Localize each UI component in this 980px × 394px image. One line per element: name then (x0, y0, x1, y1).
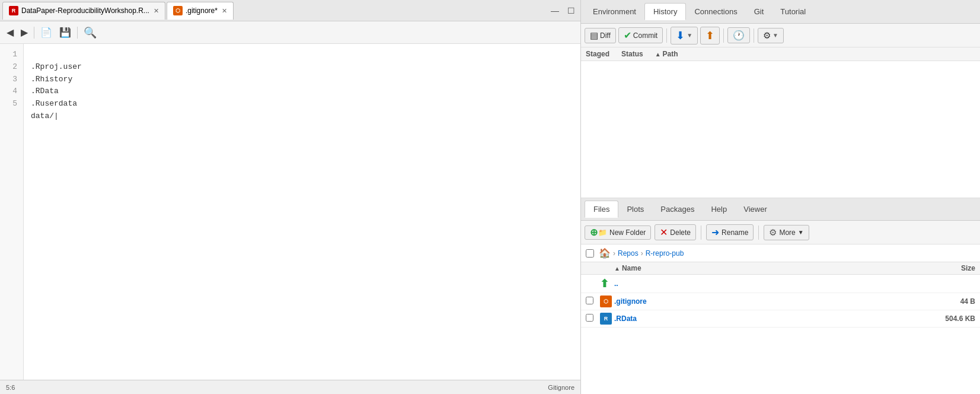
diff-button[interactable]: ▤ Diff (585, 28, 616, 43)
line-num-1: 1 (5, 49, 17, 61)
rename-icon: ➜ (711, 227, 719, 238)
header-name-col[interactable]: ▲ Name (614, 264, 922, 272)
rdata-check[interactable] (586, 314, 600, 323)
code-line-3: .RData (31, 87, 59, 96)
tab-gitignore-close[interactable]: ✕ (222, 7, 227, 15)
code-content[interactable]: .Rproj.user .Rhistory .RData .Ruserdata … (24, 44, 580, 380)
breadcrumb: 🏠 › Repos › R-repro-pub (581, 244, 980, 262)
back-button[interactable]: ◀ (4, 25, 17, 40)
file-list-header: ▲ Name Size (581, 262, 980, 275)
settings-dropdown[interactable]: ▼ (772, 32, 778, 39)
line-num-4: 4 (5, 85, 17, 98)
new-folder-label: New Folder (609, 228, 646, 237)
cursor-position: 5:6 (6, 384, 15, 391)
col-path: ▲ Path (655, 50, 678, 58)
tab-history[interactable]: History (644, 3, 686, 20)
col-status: Status (621, 50, 643, 58)
tab-rproj[interactable]: R DataPaper-ReproducibilityWorkshop.R...… (2, 2, 165, 20)
files-panel: ⊕ 📁 New Folder ✕ Delete ➜ Rename ⚙ More … (581, 221, 980, 394)
new-folder-button[interactable]: ⊕ 📁 New Folder (585, 225, 651, 240)
rdata-link[interactable]: .RData (614, 314, 637, 323)
code-line-5: data/| (31, 112, 59, 120)
rdata-file-icon: R (600, 313, 612, 325)
tab-tutorial[interactable]: Tutorial (772, 4, 814, 20)
rdata-icon-col: R (600, 313, 614, 325)
col-staged: Staged (586, 50, 609, 58)
git-toolbar-separator-2 (723, 28, 724, 43)
delete-icon: ✕ (660, 227, 668, 238)
tab-environment[interactable]: Environment (585, 4, 644, 20)
select-all-checkbox[interactable] (586, 249, 594, 258)
rdata-name[interactable]: .RData (614, 314, 922, 323)
git-columns-header: Staged Status ▲ Path (581, 47, 980, 61)
save-button[interactable]: 💾 (56, 25, 74, 40)
plus-icon: ⊕ (590, 228, 598, 237)
line-num-5: 5 (5, 98, 17, 110)
tab-help[interactable]: Help (703, 201, 735, 217)
breadcrumb-current[interactable]: R-repro-pub (646, 249, 684, 258)
tab-files[interactable]: Files (585, 201, 618, 218)
gitignore-link[interactable]: .gitignore (614, 297, 647, 306)
up-arrow-icon: ⬆ (600, 278, 609, 290)
breadcrumb-repos[interactable]: Repos (618, 249, 639, 258)
up-name[interactable]: .. (614, 279, 922, 288)
push-button[interactable]: ⬆ (700, 27, 720, 45)
tab-git[interactable]: Git (746, 4, 772, 20)
tab-viewer[interactable]: Viewer (735, 201, 775, 217)
home-icon: 🏠 (599, 247, 611, 259)
gitignore-size: 44 B (922, 297, 975, 306)
maximize-button[interactable]: ☐ (564, 5, 578, 17)
editor-panel: R DataPaper-ReproducibilityWorkshop.R...… (0, 0, 581, 394)
tab-rproj-close[interactable]: ✕ (154, 7, 159, 15)
path-sort-arrow: ▲ (655, 51, 661, 58)
rdata-checkbox[interactable] (586, 314, 593, 322)
right-panel: Environment History Connections Git Tuto… (581, 0, 980, 394)
more-gear-icon: ⚙ (769, 227, 777, 238)
push-icon: ⬆ (706, 29, 714, 42)
tab-connections[interactable]: Connections (686, 4, 745, 20)
code-editor[interactable]: 1 2 3 4 5 .Rproj.user .Rhistory .RData .… (0, 44, 580, 380)
tab-rproj-label: DataPaper-ReproducibilityWorkshop.R... (21, 7, 149, 15)
file-row-rdata: R .RData 504.6 KB (581, 310, 980, 328)
new-folder-icon: ⊕ 📁 (590, 228, 607, 237)
pull-button[interactable]: ⬇ ▼ (671, 27, 698, 45)
pull-dropdown[interactable]: ▼ (687, 32, 692, 39)
tab-packages[interactable]: Packages (652, 201, 703, 217)
git-tab-icon: ⬡ (173, 6, 183, 15)
tab-gitignore-label: .gitignore* (186, 7, 218, 15)
gitignore-checkbox[interactable] (586, 297, 593, 304)
files-toolbar: ⊕ 📁 New Folder ✕ Delete ➜ Rename ⚙ More … (581, 221, 980, 244)
forward-button[interactable]: ▶ (18, 25, 31, 40)
diff-label: Diff (600, 31, 611, 40)
file-row-up: ⬆ .. (581, 275, 980, 293)
source-button[interactable]: 📄 (37, 25, 55, 40)
name-col-label: Name (622, 264, 641, 272)
delete-button[interactable]: ✕ Delete (655, 224, 696, 240)
code-line-1: .Rproj.user (31, 62, 82, 71)
right-bottom-tabs: Files Plots Packages Help Viewer (581, 198, 980, 221)
code-line-2: .Rhistory (31, 75, 72, 84)
more-button[interactable]: ⚙ More ▼ (764, 225, 809, 240)
rename-label: Rename (722, 228, 748, 237)
file-type: Gitignore (548, 384, 574, 391)
tab-gitignore[interactable]: ⬡ .gitignore* ✕ (167, 2, 234, 20)
git-content (581, 61, 980, 198)
commit-button[interactable]: ✔ Commit (618, 27, 663, 43)
toolbar-separator-2 (77, 27, 78, 39)
right-top-tabs: Environment History Connections Git Tuto… (581, 0, 980, 24)
tab-plots[interactable]: Plots (618, 201, 652, 217)
files-separator (701, 225, 701, 240)
gitignore-check[interactable] (586, 297, 600, 306)
breadcrumb-sep-1: › (613, 249, 615, 258)
history-clock-button[interactable]: 🕐 (727, 27, 750, 43)
search-button[interactable]: 🔍 (81, 24, 100, 41)
rdata-size: 504.6 KB (922, 314, 975, 323)
file-row-gitignore: ⬡ .gitignore 44 B (581, 293, 980, 310)
diff-icon: ▤ (590, 30, 598, 41)
minimize-button[interactable]: — (548, 5, 562, 17)
git-settings-button[interactable]: ⚙ ▼ (758, 28, 784, 43)
up-link[interactable]: .. (614, 279, 618, 288)
gitignore-name[interactable]: .gitignore (614, 297, 922, 306)
rename-button[interactable]: ➜ Rename (706, 224, 754, 240)
line-num-3: 3 (5, 74, 17, 86)
